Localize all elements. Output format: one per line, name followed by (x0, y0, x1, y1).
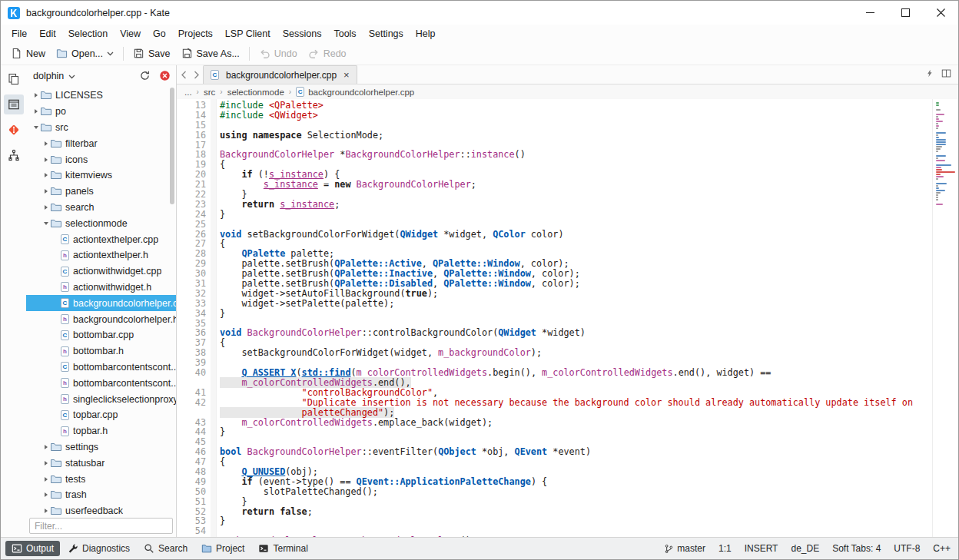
tree-item-backgroundcolorhelper-h[interactable]: hbackgroundcolorhelper.h (26, 311, 176, 327)
tool-sidebar (1, 65, 26, 537)
tree-item-bottombarcontentscont[interactable]: Cbottombarcontentscont... (26, 360, 176, 376)
tree-expander-icon[interactable] (31, 93, 41, 98)
tree-expander-icon[interactable] (41, 509, 51, 513)
new-button[interactable]: New (5, 45, 51, 61)
project-selector[interactable]: dolphin (30, 69, 132, 83)
tree-expander-icon[interactable] (41, 445, 51, 449)
panel-button-search[interactable]: Search (138, 541, 194, 556)
tree-item-statusbar[interactable]: statusbar (26, 455, 176, 471)
breadcrumb-item-backgroundcolorhelper-cpp[interactable]: Cbackgroundcolorhelper.cpp (296, 87, 414, 97)
tree-item-search[interactable]: search (26, 200, 176, 216)
breadcrumb-item-src[interactable]: src (204, 88, 215, 97)
minimap[interactable] (932, 99, 958, 537)
menu-help[interactable]: Help (410, 27, 442, 41)
tree-item-trash[interactable]: trash (26, 487, 176, 503)
tree-item-icons[interactable]: icons (26, 151, 176, 167)
panel-button-terminal[interactable]: Terminal (252, 541, 314, 556)
tree-expander-icon[interactable] (41, 189, 51, 194)
breadcrumb-item-[interactable]: ... (184, 88, 192, 97)
close-button[interactable] (923, 1, 958, 25)
tree-item-singleclickselectionproxy[interactable]: hsingleclickselectionproxy... (26, 391, 176, 407)
tree-item-topbar-h[interactable]: htopbar.h (26, 423, 176, 439)
menu-file[interactable]: File (5, 27, 33, 41)
refresh-project-icon[interactable] (137, 68, 152, 84)
tree-item-src[interactable]: src (26, 120, 176, 136)
status-cursor-position[interactable]: 1:1 (718, 543, 732, 554)
save-button[interactable]: Save (128, 45, 176, 61)
tab-forward-icon[interactable] (190, 65, 203, 84)
panel-button-label: Search (158, 543, 187, 554)
tool-symbol-outline-button[interactable] (4, 145, 24, 165)
tree-item-actionwithwidget-cpp[interactable]: Cactionwithwidget.cpp (26, 263, 176, 280)
menu-view[interactable]: View (114, 27, 147, 41)
tree-expander-icon[interactable] (31, 126, 41, 129)
menu-projects[interactable]: Projects (172, 27, 219, 41)
tree-expander-icon[interactable] (41, 492, 51, 497)
tab-close-icon[interactable]: × (343, 70, 350, 80)
tree-item-bottombar-h[interactable]: hbottombar.h (26, 343, 176, 360)
menu-selection[interactable]: Selection (62, 27, 114, 41)
panel-button-diagnostics[interactable]: Diagnostics (61, 541, 136, 556)
status-file-type[interactable]: C++ (933, 543, 951, 554)
tool-documents-button[interactable] (4, 69, 24, 89)
tree-item-panels[interactable]: panels (26, 184, 176, 200)
tree-expander-icon[interactable] (41, 173, 51, 177)
folding-strip[interactable] (211, 99, 217, 537)
tree-expander-icon[interactable] (41, 205, 51, 210)
tree-expander-icon[interactable] (31, 109, 41, 114)
save-icon (133, 48, 144, 59)
status-dictionary[interactable]: de_DE (791, 543, 819, 554)
split-view-icon[interactable] (941, 68, 952, 81)
tree-item-backgroundcolorhelper-c[interactable]: Cbackgroundcolorhelper.c... (26, 295, 176, 311)
tree-item-kitemviews[interactable]: kitemviews (26, 167, 176, 184)
open-button[interactable]: Open... (51, 45, 119, 61)
tool-project-browser-button[interactable] (4, 94, 24, 114)
status-tab-mode[interactable]: Soft Tabs: 4 (832, 543, 881, 554)
close-project-icon[interactable] (157, 68, 172, 84)
tree-item-filterbar[interactable]: filterbar (26, 135, 176, 151)
folder-icon (51, 139, 61, 148)
tree-scrollbar[interactable] (170, 88, 174, 204)
tree-item-licenses[interactable]: LICENSES (26, 88, 176, 104)
undo-button[interactable]: Undo (254, 45, 303, 61)
breadcrumb-item-selectionmode[interactable]: selectionmode (227, 88, 284, 97)
tree-item-actiontexthelper-cpp[interactable]: Cactiontexthelper.cpp (26, 231, 176, 247)
tree-item-actionwithwidget-h[interactable]: hactionwithwidget.h (26, 280, 176, 296)
menu-edit[interactable]: Edit (33, 27, 62, 41)
filter-input[interactable] (29, 518, 173, 534)
menu-sessions[interactable]: Sessions (277, 27, 328, 41)
status-git-branch[interactable]: master (664, 543, 705, 554)
tree-item-po[interactable]: po (26, 104, 176, 120)
status-encoding[interactable]: UTF-8 (894, 543, 920, 554)
tree-expander-icon[interactable] (41, 222, 51, 225)
minimize-button[interactable] (852, 1, 888, 25)
tree-item-settings[interactable]: settings (26, 439, 176, 456)
tree-item-bottombar-cpp[interactable]: Cbottombar.cpp (26, 327, 176, 343)
menu-lsp-client[interactable]: LSP Client (219, 27, 277, 41)
panel-button-output[interactable]: Output (5, 541, 60, 556)
menu-settings[interactable]: Settings (363, 27, 410, 41)
tree-expander-icon[interactable] (41, 157, 51, 162)
tree-item-topbar-cpp[interactable]: Ctopbar.cpp (26, 407, 176, 423)
panel-button-project[interactable]: Project (195, 541, 251, 556)
quick-open-icon[interactable] (925, 68, 934, 81)
editor-tab[interactable]: Cbackgroundcolorhelper.cpp× (203, 65, 357, 84)
tree-expander-icon[interactable] (41, 141, 51, 146)
tree-item-bottombarcontentscont[interactable]: hbottombarcontentscont... (26, 375, 176, 391)
tab-back-icon[interactable] (177, 65, 190, 84)
tool-git-button[interactable] (4, 120, 24, 140)
menu-tools[interactable]: Tools (327, 27, 362, 41)
redo-button[interactable]: Redo (303, 45, 352, 61)
tree-item-selectionmode[interactable]: selectionmode (26, 215, 176, 231)
tree-item-label: actiontexthelper.cpp (73, 234, 158, 245)
status-input-mode[interactable]: INSERT (745, 543, 778, 554)
tree-expander-icon[interactable] (41, 477, 51, 482)
tree-item-userfeedback[interactable]: userfeedback (26, 503, 176, 515)
code-view[interactable]: #include <QPalette>#include <QWidget>usi… (217, 99, 932, 537)
tree-expander-icon[interactable] (41, 461, 51, 466)
save-as-button[interactable]: Save As... (176, 45, 245, 61)
tree-item-actiontexthelper-h[interactable]: hactiontexthelper.h (26, 247, 176, 263)
maximize-button[interactable] (888, 1, 923, 25)
menu-go[interactable]: Go (147, 27, 172, 41)
tree-item-tests[interactable]: tests (26, 471, 176, 487)
